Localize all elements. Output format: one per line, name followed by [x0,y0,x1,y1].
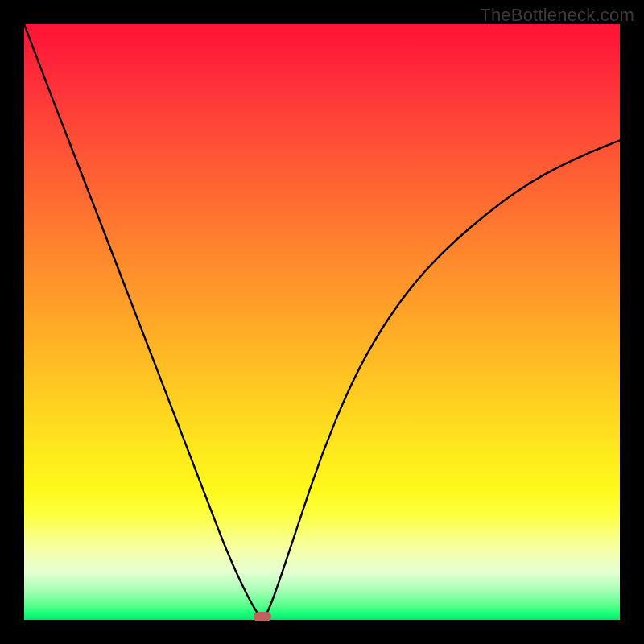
watermark-text: TheBottleneck.com [480,5,634,26]
chart-frame: TheBottleneck.com [0,0,644,644]
plot-area [24,24,620,620]
minimum-marker [254,612,271,621]
bottleneck-curve [24,24,620,619]
curve-svg [24,24,620,620]
